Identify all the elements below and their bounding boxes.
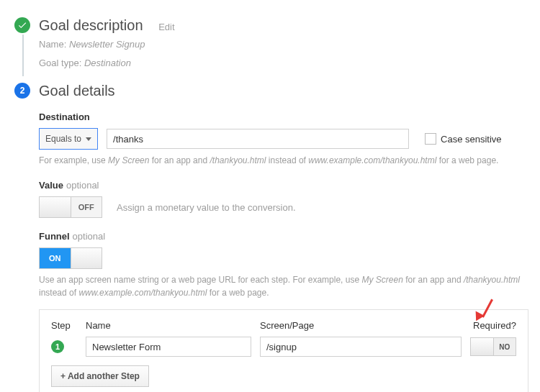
- funnel-hint: Use an app screen name string or a web p…: [39, 273, 528, 299]
- step-title: Goal details: [39, 83, 528, 99]
- goal-type-value: Destination: [84, 58, 131, 68]
- destination-match-dropdown[interactable]: Equals to: [39, 128, 98, 150]
- value-description: Assign a monetary value to the conversio…: [117, 202, 296, 213]
- funnel-step-name-input[interactable]: [86, 337, 251, 357]
- value-label: Valueoptional: [39, 180, 528, 191]
- chevron-down-icon: [86, 137, 91, 141]
- funnel-steps-box: Step Name Screen/Page Required? 1 NO: [39, 309, 528, 392]
- add-step-button[interactable]: + Add another Step: [51, 365, 149, 387]
- goal-type-label: Goal type:: [39, 58, 81, 68]
- funnel-toggle[interactable]: ON: [39, 247, 102, 269]
- goal-type-line: Goal type: Destination: [39, 56, 526, 70]
- step-title: Goal description: [39, 17, 143, 33]
- case-sensitive-label: Case sensitive: [441, 134, 502, 145]
- stepper-connector-line: [22, 35, 24, 76]
- destination-hint: For example, use My Screen for an app an…: [39, 154, 528, 167]
- funnel-step-row: 1 NO: [51, 337, 516, 357]
- col-page: Screen/Page: [260, 320, 462, 331]
- col-name: Name: [86, 320, 251, 331]
- toggle-state: ON: [40, 248, 71, 268]
- goal-name-line: Name: Newsletter Signup: [39, 37, 526, 52]
- step-goal-details: 2 Goal details Destination Equals to Cas…: [14, 83, 526, 392]
- dropdown-value: Equals to: [45, 134, 81, 144]
- col-step: Step: [51, 320, 77, 331]
- case-sensitive-checkbox[interactable]: [425, 133, 436, 145]
- destination-label: Destination: [39, 111, 528, 122]
- destination-input[interactable]: [107, 129, 409, 149]
- step-number-badge: 2: [14, 83, 30, 99]
- toggle-state: OFF: [71, 197, 102, 217]
- funnel-label: Funneloptional: [39, 231, 528, 242]
- col-required: Required?: [470, 320, 516, 331]
- value-toggle[interactable]: OFF: [39, 196, 102, 218]
- funnel-step-page-input[interactable]: [260, 337, 462, 357]
- edit-link[interactable]: Edit: [158, 22, 174, 32]
- step-goal-description: Goal description Edit Name: Newsletter S…: [14, 17, 526, 70]
- funnel-step-required-toggle[interactable]: NO: [470, 337, 516, 356]
- checkmark-icon: [14, 17, 30, 33]
- funnel-step-number: 1: [51, 340, 64, 353]
- toggle-state: NO: [494, 338, 516, 355]
- goal-name-value: Newsletter Signup: [69, 39, 145, 50]
- goal-name-label: Name:: [39, 39, 66, 50]
- step-number: 2: [20, 86, 25, 96]
